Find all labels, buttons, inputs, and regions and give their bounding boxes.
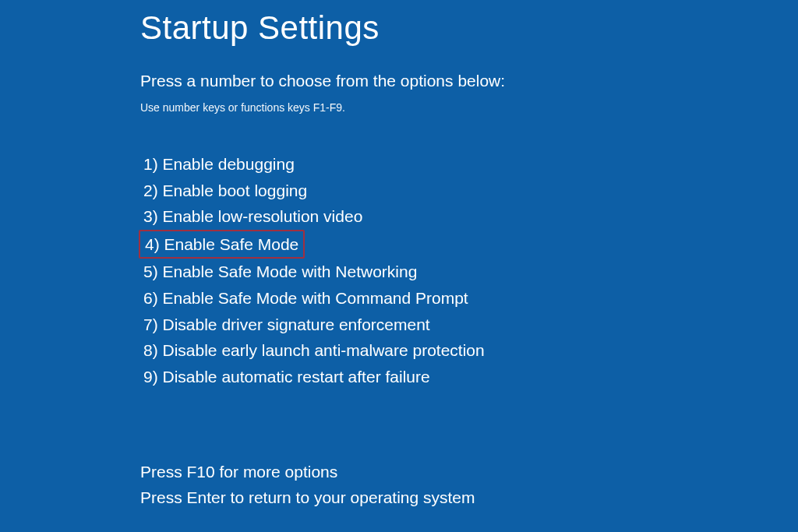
option-2[interactable]: 2) Enable boot logging xyxy=(140,178,310,204)
option-9[interactable]: 9) Disable automatic restart after failu… xyxy=(140,364,433,390)
option-4[interactable]: 4) Enable Safe Mode xyxy=(139,230,305,259)
subtitle-text: Press a number to choose from the option… xyxy=(140,72,798,90)
footer-instructions: Press F10 for more options Press Enter t… xyxy=(140,460,798,510)
option-5[interactable]: 5) Enable Safe Mode with Networking xyxy=(140,259,420,285)
option-3[interactable]: 3) Enable low-resolution video xyxy=(140,203,365,230)
hint-text: Use number keys or functions keys F1-F9. xyxy=(140,101,798,114)
footer-line-2: Press Enter to return to your operating … xyxy=(140,485,798,511)
option-7[interactable]: 7) Disable driver signature enforcement xyxy=(140,312,433,338)
option-6[interactable]: 6) Enable Safe Mode with Command Prompt xyxy=(140,285,471,312)
option-8[interactable]: 8) Disable early launch anti-malware pro… xyxy=(140,337,488,364)
footer-line-1: Press F10 for more options xyxy=(140,460,798,485)
option-1[interactable]: 1) Enable debugging xyxy=(140,151,298,178)
options-list: 1) Enable debugging 2) Enable boot loggi… xyxy=(140,151,798,389)
page-title: Startup Settings xyxy=(140,9,798,47)
